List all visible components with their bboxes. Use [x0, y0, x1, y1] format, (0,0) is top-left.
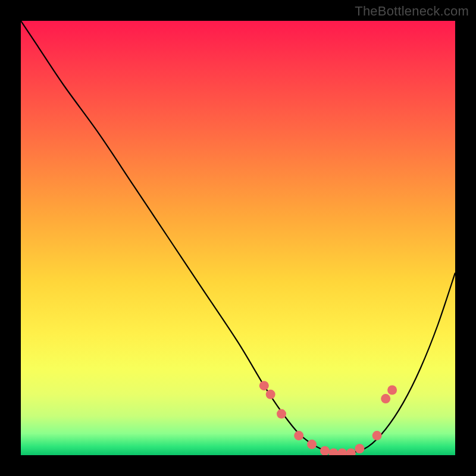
highlight-dot [372, 431, 382, 440]
highlight-dot [294, 431, 303, 440]
highlight-dot [277, 409, 286, 419]
watermark-text: TheBottleneck.com [355, 4, 469, 19]
highlight-dot [355, 444, 364, 453]
highlight-dot [381, 394, 390, 403]
markers-group [259, 381, 397, 455]
highlight-dot [259, 381, 269, 390]
highlight-dot [337, 448, 347, 455]
highlight-dot [387, 386, 397, 395]
highlight-dot [266, 390, 275, 399]
highlight-dot [346, 448, 356, 455]
highlight-dot [307, 440, 317, 449]
chart-frame: TheBottleneck.com [0, 0, 476, 476]
plot-area [21, 21, 455, 455]
highlight-dot [320, 446, 330, 455]
bottleneck-curve-path [21, 21, 455, 454]
highlight-dot [329, 448, 339, 455]
curve-svg [21, 21, 455, 455]
